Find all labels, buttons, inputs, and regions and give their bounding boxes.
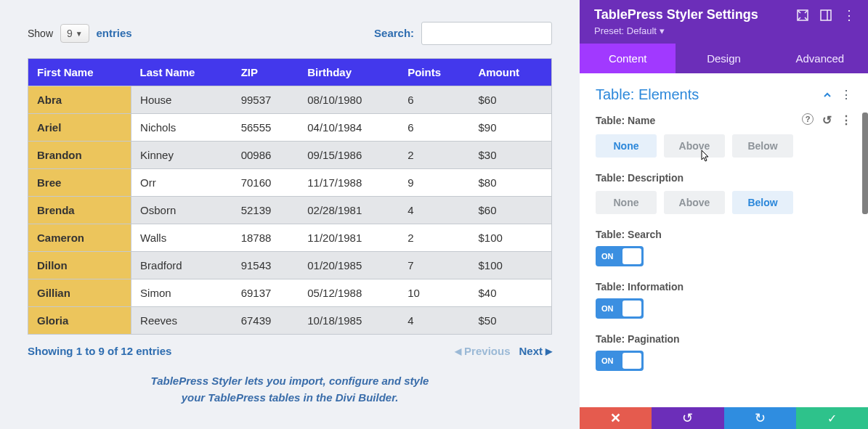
cell: 7 bbox=[399, 252, 469, 279]
table-info: Showing 1 to 9 of 12 entries bbox=[28, 345, 171, 357]
col-2[interactable]: ZIP bbox=[232, 59, 299, 86]
cell: $30 bbox=[469, 142, 551, 169]
cell: 08/10/1980 bbox=[299, 86, 399, 114]
tab-advanced[interactable]: Advanced bbox=[772, 44, 868, 73]
scrollbar-thumb[interactable] bbox=[862, 113, 868, 214]
chevron-up-icon[interactable] bbox=[823, 91, 832, 99]
discard-button[interactable]: ✕ bbox=[580, 407, 652, 429]
option-label-table-description: Table: Description bbox=[596, 172, 684, 184]
next-button[interactable]: Next ▶ bbox=[519, 345, 552, 357]
length-control: Show 9 ▼ entries bbox=[28, 24, 132, 43]
table-row: GillianSimon6913705/12/198810$40 bbox=[28, 279, 552, 307]
cell: Orr bbox=[131, 169, 232, 197]
option-kebab-icon[interactable]: ⋮ bbox=[840, 113, 852, 127]
module-caption: TablePress Styler lets you import, confi… bbox=[28, 373, 552, 406]
redo-button[interactable]: ↻ bbox=[724, 407, 796, 429]
save-button[interactable]: ✓ bbox=[796, 407, 868, 429]
panel-body: Table: Elements ⋮ Table: Name ? ↺ ⋮ N bbox=[580, 73, 868, 407]
cell: 9 bbox=[399, 169, 469, 197]
cell: 01/20/1985 bbox=[299, 252, 399, 279]
table-row: BrendaOsborn5213902/28/19814$60 bbox=[28, 197, 552, 224]
cell: Brenda bbox=[28, 197, 131, 224]
cell: Bradford bbox=[131, 252, 232, 279]
preview-area: Show 9 ▼ entries Search: First NameLast … bbox=[0, 0, 580, 429]
cell: Bree bbox=[28, 169, 131, 197]
close-icon: ✕ bbox=[610, 410, 621, 426]
table-row: CameronWalls1878811/20/19812$100 bbox=[28, 224, 552, 252]
kebab-icon[interactable]: ⋮ bbox=[843, 9, 855, 21]
cell: Walls bbox=[131, 224, 232, 252]
undo-button[interactable]: ↺ bbox=[652, 407, 723, 429]
cell: 69137 bbox=[232, 279, 299, 307]
preset-selector[interactable]: Preset: Default ▾ bbox=[594, 25, 855, 36]
col-0[interactable]: First Name bbox=[28, 59, 131, 86]
table-description-below[interactable]: Below bbox=[732, 191, 793, 214]
option-label-table-search: Table: Search bbox=[596, 229, 852, 240]
help-icon[interactable]: ? bbox=[802, 113, 814, 125]
col-3[interactable]: Birthday bbox=[299, 59, 399, 86]
col-4[interactable]: Points bbox=[399, 59, 469, 86]
previous-label: Previous bbox=[464, 345, 510, 357]
chevron-left-icon: ◀ bbox=[455, 346, 461, 356]
table-description-none[interactable]: None bbox=[596, 191, 657, 214]
data-table: First NameLast NameZIPBirthdayPointsAmou… bbox=[28, 58, 552, 335]
col-5[interactable]: Amount bbox=[469, 59, 551, 86]
cell: 6 bbox=[399, 114, 469, 142]
cell: $80 bbox=[469, 169, 551, 197]
undo-icon: ↺ bbox=[682, 410, 693, 426]
col-1[interactable]: Last Name bbox=[131, 59, 232, 86]
pagination: ◀ Previous Next ▶ bbox=[455, 345, 552, 357]
svg-rect-1 bbox=[821, 10, 831, 20]
layout-icon[interactable] bbox=[820, 9, 832, 21]
next-label: Next bbox=[519, 345, 543, 357]
cell: Reeves bbox=[131, 307, 232, 335]
table-row: AbraHouse9953708/10/19806$60 bbox=[28, 86, 552, 114]
tab-design[interactable]: Design bbox=[676, 44, 771, 73]
panel-title: TablePress Styler Settings bbox=[594, 7, 758, 23]
cell: 2 bbox=[399, 224, 469, 252]
cell: 10 bbox=[399, 279, 469, 307]
toggle-knob bbox=[622, 353, 641, 369]
search-label: Search: bbox=[374, 27, 414, 39]
cell: $100 bbox=[469, 252, 551, 279]
table-row: DillonBradford9154301/20/19857$100 bbox=[28, 252, 552, 279]
cell: House bbox=[131, 86, 232, 114]
expand-icon[interactable] bbox=[797, 9, 808, 21]
section-kebab-icon[interactable]: ⋮ bbox=[840, 88, 852, 102]
toggle-table-information[interactable]: ON bbox=[596, 298, 644, 319]
settings-panel: TablePress Styler Settings ⋮ Preset: Def… bbox=[580, 0, 868, 429]
cell: $60 bbox=[469, 86, 551, 114]
undo-icon[interactable]: ↺ bbox=[822, 113, 832, 127]
cell: 4 bbox=[399, 307, 469, 335]
cell: Abra bbox=[28, 86, 131, 114]
cell: 11/17/1988 bbox=[299, 169, 399, 197]
cell: 56555 bbox=[232, 114, 299, 142]
table-name-above[interactable]: Above bbox=[664, 134, 725, 158]
tab-bar: Content Design Advanced bbox=[580, 44, 868, 73]
previous-button[interactable]: ◀ Previous bbox=[455, 345, 510, 357]
length-select[interactable]: 9 ▼ bbox=[60, 24, 89, 43]
cell: $100 bbox=[469, 224, 551, 252]
check-icon: ✓ bbox=[827, 412, 837, 425]
toggle-table-search[interactable]: ON bbox=[596, 246, 644, 266]
search-input[interactable] bbox=[421, 22, 552, 45]
section-title[interactable]: Table: Elements bbox=[596, 86, 699, 103]
toggle-on-text: ON bbox=[601, 252, 614, 261]
cell: 05/12/1988 bbox=[299, 279, 399, 307]
cell: Gillian bbox=[28, 279, 131, 307]
table-name-none[interactable]: None bbox=[596, 134, 657, 158]
toggle-knob bbox=[622, 248, 641, 264]
toggle-table-pagination[interactable]: ON bbox=[596, 351, 644, 371]
search-control: Search: bbox=[374, 22, 552, 45]
toggle-on-text: ON bbox=[601, 356, 614, 365]
tab-content[interactable]: Content bbox=[580, 44, 676, 73]
entries-label: entries bbox=[97, 27, 132, 39]
cell: Ariel bbox=[28, 114, 131, 142]
table-body: AbraHouse9953708/10/19806$60ArielNichols… bbox=[28, 86, 552, 335]
cell: 99537 bbox=[232, 86, 299, 114]
datatable-bottom: Showing 1 to 9 of 12 entries ◀ Previous … bbox=[28, 345, 552, 357]
cell: 91543 bbox=[232, 252, 299, 279]
table-description-above[interactable]: Above bbox=[664, 191, 725, 214]
table-name-below[interactable]: Below bbox=[732, 134, 793, 158]
cell: Osborn bbox=[131, 197, 232, 224]
